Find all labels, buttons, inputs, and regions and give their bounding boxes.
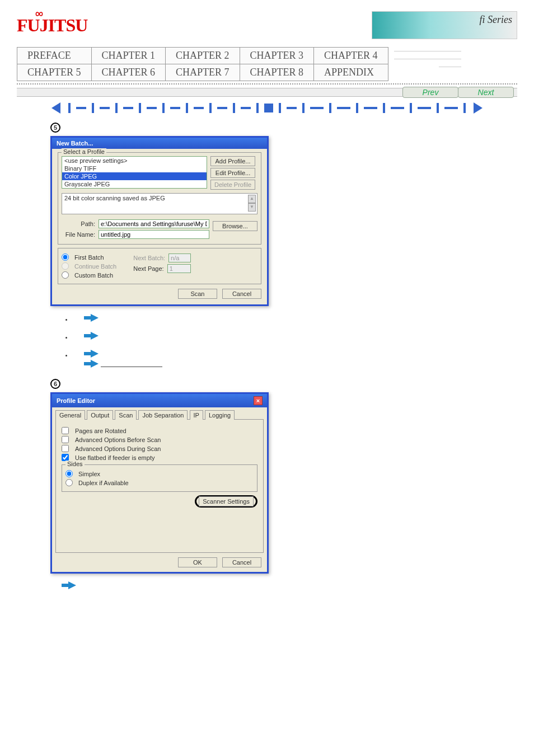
svg-rect-0 [84, 316, 91, 320]
slider-tick [329, 103, 331, 113]
ok-button[interactable]: OK [178, 557, 217, 567]
slider-tick [279, 103, 281, 113]
description-scroll[interactable]: ▲▼ [248, 195, 256, 212]
svg-marker-1 [91, 314, 99, 322]
file-name-input[interactable] [99, 230, 209, 239]
adv-before-label: Advanced Options Before Scan [75, 436, 161, 443]
profile-item-color[interactable]: Color JPEG [62, 172, 207, 180]
adv-during-label: Advanced Options During Scan [75, 445, 161, 452]
profile-editor-title: Profile Editor [57, 397, 95, 404]
duplex-label: Duplex if Available [78, 480, 129, 486]
duplex-radio[interactable] [65, 479, 73, 486]
side-link-3[interactable] [439, 59, 461, 67]
profile-item-grayscale[interactable]: Grayscale JPEG [62, 180, 207, 188]
side-links [394, 44, 461, 67]
tab-ip[interactable]: IP [190, 410, 203, 420]
adv-during-checkbox[interactable] [62, 445, 69, 452]
svg-rect-4 [84, 352, 91, 355]
slider-tick [256, 103, 259, 113]
slider-prev-icon[interactable] [51, 102, 60, 114]
next-button[interactable]: Next [458, 87, 514, 98]
side-link-1[interactable] [394, 44, 461, 51]
tab-chapter4[interactable]: CHAPTER 4 [314, 48, 388, 64]
profile-editor-tabs: General Output Scan Job Separation IP Lo… [52, 407, 267, 419]
scanner-settings-highlight: Scanner Settings [195, 495, 257, 508]
svg-rect-8 [62, 584, 68, 587]
slider-tick [209, 103, 212, 113]
slider-tick [437, 103, 439, 113]
tab-chapter8[interactable]: CHAPTER 8 [240, 64, 314, 81]
tab-logging[interactable]: Logging [205, 410, 235, 420]
fujitsu-logo: FUJITSU [17, 15, 87, 36]
step-6-marker: 6 [50, 379, 60, 389]
simplex-label: Simplex [78, 471, 100, 477]
svg-rect-2 [84, 334, 91, 337]
slider-tick [139, 103, 141, 113]
cancel-button[interactable]: Cancel [222, 289, 261, 299]
tab-chapter2[interactable]: CHAPTER 2 [166, 48, 240, 64]
add-profile-button[interactable]: Add Profile... [210, 156, 255, 166]
pages-rotated-checkbox[interactable] [62, 427, 69, 434]
tab-appendix[interactable]: APPENDIX [314, 64, 388, 81]
continue-batch-label: Continue Batch [74, 263, 116, 270]
path-input[interactable] [99, 219, 209, 228]
custom-batch-radio[interactable] [62, 271, 69, 279]
slider-tick [233, 103, 235, 113]
tab-job-separation[interactable]: Job Separation [138, 410, 188, 420]
series-banner: fi Series [372, 11, 517, 39]
slider-tick [302, 103, 305, 113]
new-batch-dialog: New Batch... Select a Profile <use previ… [50, 136, 269, 306]
step-5-marker: 5 [50, 123, 60, 133]
new-batch-titlebar[interactable]: New Batch... [52, 138, 267, 149]
slider-dash [444, 107, 458, 109]
slider-thumb[interactable] [264, 104, 273, 112]
prev-button[interactable]: Prev [402, 87, 458, 98]
slider-tick [410, 103, 412, 113]
edit-profile-button[interactable]: Edit Profile... [210, 168, 255, 178]
tab-scan[interactable]: Scan [115, 410, 137, 420]
browse-button[interactable]: Browse... [213, 221, 257, 231]
slider-dash [364, 107, 377, 109]
file-name-label: File Name: [62, 231, 95, 238]
tab-chapter7[interactable]: CHAPTER 7 [166, 64, 240, 81]
profile-editor-titlebar[interactable]: Profile Editor × [52, 394, 267, 407]
slider-dash [287, 107, 297, 109]
link-placeholder[interactable] [101, 361, 162, 367]
profile-item-binary[interactable]: Binary TIFF [62, 165, 207, 172]
dotted-divider [17, 83, 517, 84]
simplex-radio[interactable] [65, 470, 73, 477]
tab-general[interactable]: General [55, 410, 85, 420]
next-page-input [167, 264, 191, 273]
first-batch-label: First Batch [74, 254, 104, 261]
profile-item-preview[interactable]: <use preview settings> [62, 157, 207, 165]
profile-listbox[interactable]: <use preview settings> Binary TIFF Color… [62, 156, 207, 189]
svg-marker-3 [91, 332, 99, 340]
tab-preface[interactable]: PREFACE [17, 48, 92, 64]
close-icon[interactable]: × [254, 396, 263, 405]
custom-batch-label: Custom Batch [74, 272, 113, 279]
arrow-right-icon [62, 581, 76, 589]
slider-next-icon[interactable] [474, 102, 483, 114]
delete-profile-button: Delete Profile [210, 180, 255, 190]
slider-dash [194, 107, 204, 109]
side-link-2[interactable] [394, 51, 461, 59]
tab-chapter6[interactable]: CHAPTER 6 [91, 64, 166, 81]
tab-chapter1[interactable]: CHAPTER 1 [91, 48, 166, 64]
page-slider[interactable] [17, 102, 517, 115]
scanner-settings-button[interactable]: Scanner Settings [199, 496, 254, 506]
cancel-button-2[interactable]: Cancel [222, 557, 261, 567]
bullet-3 [73, 350, 517, 368]
slider-tick [92, 103, 94, 113]
tab-output[interactable]: Output [87, 410, 113, 420]
next-page-label: Next Page: [133, 265, 163, 272]
arrow-right-icon [84, 360, 99, 368]
profile-description-text: 24 bit color scanning saved as JPEG [64, 195, 165, 201]
slider-dash [100, 107, 110, 109]
scan-button[interactable]: Scan [178, 289, 217, 299]
adv-before-checkbox[interactable] [62, 436, 69, 443]
first-batch-radio[interactable] [62, 253, 69, 261]
svg-marker-9 [68, 581, 76, 589]
next-batch-label: Next Batch: [133, 255, 165, 261]
tab-chapter5[interactable]: CHAPTER 5 [17, 64, 92, 81]
tab-chapter3[interactable]: CHAPTER 3 [240, 48, 314, 64]
